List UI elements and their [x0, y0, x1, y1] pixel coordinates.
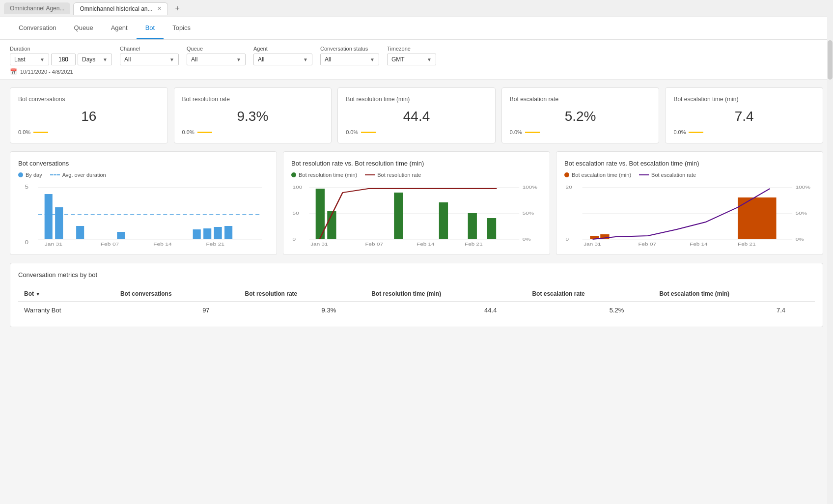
- svg-rect-11: [224, 226, 232, 239]
- browser-chrome: Omnichannel Agen... Omnichannel historic…: [0, 0, 833, 17]
- svg-rect-4: [45, 194, 53, 239]
- kpi-escalation-rate-bar: [525, 132, 540, 133]
- kpi-resolution-time-title: Bot resolution time (min): [346, 96, 487, 103]
- cell-escalation-rate: 5.2%: [526, 302, 653, 319]
- channel-select[interactable]: All ▼: [120, 54, 179, 65]
- kpi-escalation-rate-title: Bot escalation rate: [510, 96, 651, 103]
- svg-text:0: 0: [566, 237, 569, 241]
- queue-chevron: ▼: [236, 57, 241, 62]
- queue-label: Queue: [187, 46, 246, 52]
- svg-text:Feb 07: Feb 07: [365, 242, 383, 246]
- svg-text:100: 100: [293, 185, 303, 189]
- kpi-escalation-time-change: 0.0%: [673, 129, 815, 135]
- col-resolution-rate: Bot resolution rate: [239, 286, 366, 302]
- duration-preset-chevron: ▼: [40, 57, 45, 62]
- chart-bot-conversations: Bot conversations By day Avg. over durat…: [10, 151, 277, 255]
- svg-text:Feb 14: Feb 14: [153, 242, 172, 247]
- kpi-escalation-rate: Bot escalation rate 5.2% 0.0%: [501, 87, 660, 143]
- svg-rect-10: [214, 227, 222, 239]
- svg-rect-31: [487, 218, 496, 239]
- svg-rect-9: [203, 228, 211, 239]
- nav-tab-bot[interactable]: Bot: [137, 17, 164, 39]
- sort-icon-bot[interactable]: ▼: [35, 291, 40, 297]
- timezone-filter: Timezone GMT ▼: [387, 46, 436, 65]
- col-escalation-rate: Bot escalation rate: [526, 286, 653, 302]
- add-tab-button[interactable]: +: [171, 2, 183, 15]
- chart-resolution: Bot resolution rate vs. Bot resolution t…: [283, 151, 550, 255]
- cell-escalation-time: 7.4: [653, 302, 815, 319]
- svg-text:Feb 14: Feb 14: [690, 242, 708, 246]
- agent-select[interactable]: All ▼: [253, 54, 312, 65]
- table-title: Conversation metrics by bot: [18, 271, 815, 279]
- kpi-bot-conversations-change: 0.0%: [18, 129, 160, 135]
- duration-preset-select[interactable]: Last ▼: [10, 54, 49, 65]
- chart-escalation-area: 20 0 100% 50% 0% Jan 31 Fe: [564, 183, 815, 247]
- calendar-icon: 📅: [10, 68, 17, 75]
- svg-text:Feb 07: Feb 07: [101, 242, 119, 247]
- svg-text:50%: 50%: [523, 211, 534, 215]
- table-section: Conversation metrics by bot Bot ▼ Bot co…: [0, 263, 833, 337]
- svg-text:Feb 21: Feb 21: [738, 242, 756, 246]
- chart-resolution-title: Bot resolution rate vs. Bot resolution t…: [291, 160, 542, 167]
- svg-text:Jan 31: Jan 31: [310, 242, 328, 246]
- kpi-resolution-rate: Bot resolution rate 9.3% 0.0%: [174, 87, 332, 143]
- duration-unit-chevron: ▼: [103, 57, 108, 62]
- svg-rect-29: [439, 202, 448, 239]
- nav-tab-queue[interactable]: Queue: [65, 17, 102, 39]
- tab-2-close[interactable]: ✕: [157, 5, 162, 12]
- queue-select[interactable]: All ▼: [187, 54, 246, 65]
- svg-rect-30: [468, 213, 477, 239]
- col-conversations: Bot conversations: [114, 286, 239, 302]
- nav-tab-conversation[interactable]: Conversation: [10, 17, 65, 39]
- cell-conversations: 97: [114, 302, 239, 319]
- channel-label: Channel: [120, 46, 179, 52]
- legend-by-day-dot: [18, 172, 23, 177]
- timezone-select[interactable]: GMT ▼: [387, 54, 436, 65]
- kpi-resolution-time: Bot resolution time (min) 44.4 0.0%: [337, 87, 496, 143]
- kpi-section: Bot conversations 16 0.0% Bot resolution…: [0, 80, 833, 151]
- svg-rect-28: [394, 193, 403, 239]
- chart-bot-conversations-legend: By day Avg. over duration: [18, 172, 269, 178]
- svg-rect-5: [55, 207, 63, 239]
- svg-text:0%: 0%: [796, 237, 804, 241]
- queue-filter: Queue All ▼: [187, 46, 246, 65]
- svg-text:Jan 31: Jan 31: [583, 242, 601, 246]
- legend-escalation-rate-line: [639, 174, 649, 175]
- timezone-label: Timezone: [387, 46, 436, 52]
- nav-tab-topics[interactable]: Topics: [164, 17, 199, 39]
- chart-escalation-legend: Bot escalation time (min) Bot escalation…: [564, 172, 815, 178]
- table-card: Conversation metrics by bot Bot ▼ Bot co…: [10, 263, 823, 327]
- kpi-escalation-rate-change: 0.0%: [510, 129, 651, 135]
- svg-text:Feb 21: Feb 21: [206, 242, 225, 247]
- scrollbar-thumb[interactable]: [828, 40, 833, 80]
- conversation-status-filter: Conversation status All ▼: [320, 46, 379, 65]
- page-scrollbar[interactable]: [827, 0, 833, 337]
- svg-text:50: 50: [293, 211, 299, 215]
- kpi-bot-conversations-bar: [33, 132, 48, 133]
- agent-filter: Agent All ▼: [253, 46, 312, 65]
- agent-chevron: ▼: [303, 57, 308, 62]
- tab-1[interactable]: Omnichannel Agen...: [4, 2, 70, 14]
- svg-text:Feb 14: Feb 14: [416, 242, 435, 246]
- kpi-bot-conversations: Bot conversations 16 0.0%: [10, 87, 168, 143]
- svg-text:Feb 07: Feb 07: [638, 242, 656, 246]
- tab-2-label: Omnichannel historical an...: [80, 5, 152, 12]
- kpi-resolution-rate-change: 0.0%: [182, 129, 324, 135]
- legend-escalation-time-dot: [564, 172, 569, 177]
- legend-escalation-time: Bot escalation time (min): [564, 172, 631, 178]
- tab-2[interactable]: Omnichannel historical an... ✕: [73, 2, 168, 15]
- svg-text:Feb 21: Feb 21: [465, 242, 483, 246]
- nav-tab-agent[interactable]: Agent: [102, 17, 137, 39]
- legend-avg: Avg. over duration: [50, 172, 106, 178]
- duration-label: Duration: [10, 46, 112, 52]
- chart-escalation: Bot escalation rate vs. Bot escalation t…: [556, 151, 823, 255]
- agent-label: Agent: [253, 46, 312, 52]
- duration-value-input[interactable]: [51, 54, 76, 65]
- conversation-status-select[interactable]: All ▼: [320, 54, 379, 65]
- duration-unit-select[interactable]: Days ▼: [78, 54, 112, 65]
- metrics-table: Bot ▼ Bot conversations Bot resolution r…: [18, 286, 815, 319]
- kpi-resolution-rate-title: Bot resolution rate: [182, 96, 324, 103]
- kpi-escalation-rate-value: 5.2%: [510, 109, 651, 124]
- chart-bot-conversations-title: Bot conversations: [18, 160, 269, 167]
- svg-text:5: 5: [25, 184, 28, 190]
